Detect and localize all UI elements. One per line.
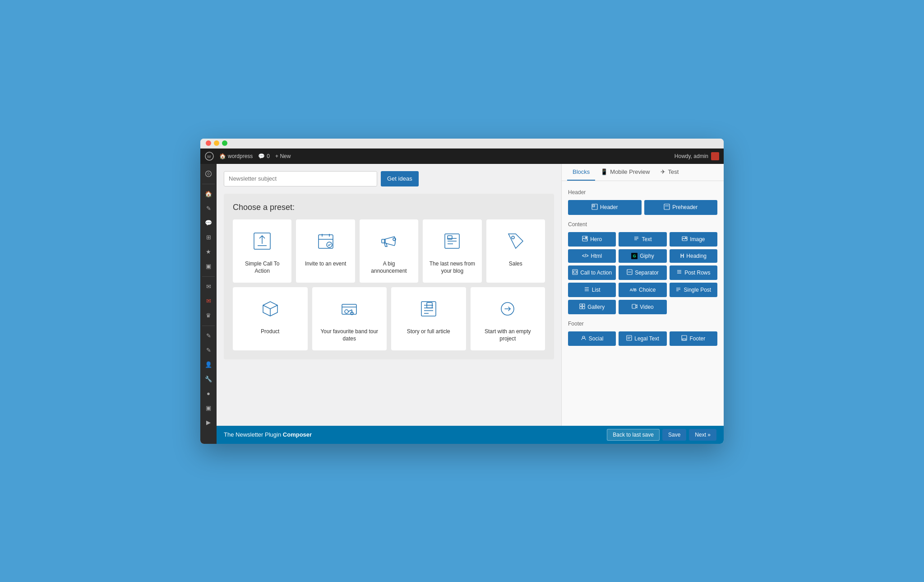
block-btn-single-post[interactable]: Single Post (670, 283, 717, 297)
block-btn-image[interactable]: Image (670, 232, 717, 247)
block-btn-preheader[interactable]: Preheader (644, 200, 718, 215)
preset-card-big-announcement[interactable]: A big announcement (360, 219, 418, 283)
block-btn-hero[interactable]: Hero (568, 232, 616, 247)
admin-bar-howdy: Howdy, admin (675, 152, 719, 160)
footer-blocks-grid: Social Legal Text (568, 331, 717, 346)
sidebar-item-play[interactable]: ▶ (202, 416, 215, 429)
left-panel: Get ideas Choose a preset: (217, 164, 561, 426)
cta-block-icon (572, 269, 578, 276)
sidebar-item-grid[interactable]: ▣ (202, 402, 215, 414)
preset-card-product[interactable]: Product (233, 287, 308, 350)
svg-rect-58 (580, 307, 582, 309)
save-button[interactable]: Save (662, 429, 686, 441)
preset-label-band-tour: Your favourite band tour dates (318, 328, 382, 343)
footer-bar: The Newsletter Plugin Composer Back to l… (217, 426, 724, 444)
sidebar-item-settings[interactable]: 🔧 (202, 373, 215, 386)
block-btn-post-rows[interactable]: Post Rows (670, 265, 717, 280)
admin-bar-comments[interactable]: 💬 0 (258, 153, 270, 159)
svg-rect-62 (627, 335, 632, 340)
block-btn-video[interactable]: Video (619, 300, 666, 314)
sidebar-item-newsletter[interactable]: ✉ (202, 295, 215, 307)
admin-bar-site[interactable]: 🏠 wordpress (219, 153, 253, 159)
block-btn-footer[interactable]: Footer (670, 331, 717, 346)
preset-icon-big-announcement (376, 228, 402, 254)
comment-icon: 💬 (258, 153, 265, 159)
svg-rect-59 (582, 307, 585, 309)
tab-test[interactable]: ✈ Test (655, 164, 684, 181)
block-btn-text[interactable]: Text (619, 232, 666, 247)
separator-block-icon (627, 269, 633, 276)
svg-rect-44 (573, 271, 577, 273)
gallery-block-icon (579, 303, 585, 311)
app-layout: 🏠 ✎ 💬 ⊞ ★ ▣ ✉ ✉ ♛ ✎ ✎ 👤 🔧 ● ▣ ▶ (200, 164, 724, 444)
sidebar-item-dashboard[interactable]: 🏠 (202, 188, 215, 200)
preset-card-band-tour[interactable]: Your favourite band tour dates (312, 287, 387, 350)
sidebar-item-star[interactable]: ★ (202, 246, 215, 258)
block-btn-choice[interactable]: A/B Choice (619, 283, 666, 297)
svg-rect-16 (448, 236, 452, 239)
sidebar-item-home[interactable]: ⊞ (202, 231, 215, 244)
section-header-label: Header (568, 189, 717, 196)
svg-line-21 (348, 310, 352, 312)
preset-icon-product (258, 296, 283, 321)
svg-rect-19 (342, 304, 356, 314)
sidebar-item-users[interactable]: 👤 (202, 359, 215, 371)
admin-bar-new[interactable]: + New (275, 153, 291, 159)
block-btn-html[interactable]: </> Html (568, 249, 616, 263)
sidebar-item-edit2[interactable]: ✎ (202, 344, 215, 357)
preset-card-story-article[interactable]: Story or full article (391, 287, 466, 350)
maximize-button[interactable] (222, 140, 227, 146)
content-blocks-grid: Hero Text (568, 232, 717, 314)
close-button[interactable] (206, 140, 211, 146)
sidebar-item-plugins[interactable]: ● (202, 387, 215, 400)
sidebar-item-pages[interactable]: ▣ (202, 260, 215, 273)
block-btn-gallery[interactable]: Gallery (568, 300, 616, 314)
post-rows-block-icon (676, 269, 682, 276)
preset-card-invite-event[interactable]: Invite to an event (296, 219, 355, 283)
next-button[interactable]: Next » (689, 429, 716, 441)
test-icon: ✈ (661, 168, 665, 175)
preset-label-story-article: Story or full article (407, 328, 450, 335)
home-icon: 🏠 (219, 153, 226, 159)
preset-label-product: Product (261, 328, 279, 335)
block-btn-legal-text[interactable]: Legal Text (619, 331, 666, 346)
block-btn-cta[interactable]: Call to Action (568, 265, 616, 280)
block-btn-header[interactable]: Header (568, 200, 642, 215)
right-panel-content: Header Header (562, 181, 724, 426)
block-btn-social[interactable]: Social (568, 331, 616, 346)
header-block-icon (591, 204, 598, 211)
preset-icon-sales (503, 228, 528, 254)
giphy-block-icon: G (631, 253, 638, 259)
svg-text:W: W (207, 154, 211, 159)
preheader-block-icon (664, 204, 670, 211)
section-content-label: Content (568, 221, 717, 228)
sidebar-item-edit1[interactable]: ✎ (202, 330, 215, 342)
text-block-icon (633, 236, 639, 243)
preset-card-empty-project[interactable]: Start with an empty project (471, 287, 545, 350)
preset-card-last-news[interactable]: The last news from your blog (423, 219, 481, 283)
svg-point-17 (512, 236, 514, 239)
tab-mobile-preview[interactable]: 📱 Mobile Preview (595, 164, 655, 181)
sidebar-item-crown[interactable]: ♛ (202, 309, 215, 322)
sidebar-item-wp[interactable] (202, 168, 215, 180)
get-ideas-button[interactable]: Get ideas (381, 171, 419, 186)
video-block-icon (632, 303, 638, 311)
preset-card-simple-cta[interactable]: Simple Call To Action (233, 219, 291, 283)
block-btn-giphy[interactable]: G Giphy (619, 249, 666, 263)
sidebar-item-comments[interactable]: 💬 (202, 217, 215, 229)
back-to-last-save-button[interactable]: Back to last save (607, 429, 660, 441)
minimize-button[interactable] (214, 140, 219, 146)
preset-label-simple-cta: Simple Call To Action (238, 260, 286, 275)
preset-icon-band-tour (337, 296, 362, 321)
tab-blocks[interactable]: Blocks (567, 164, 595, 181)
block-btn-separator[interactable]: Separator (619, 265, 666, 280)
block-btn-heading[interactable]: H Heading (670, 249, 717, 263)
sidebar-item-mail[interactable]: ✉ (202, 280, 215, 293)
sidebar-item-tools[interactable]: ✎ (202, 202, 215, 215)
newsletter-subject-input[interactable] (224, 171, 377, 186)
preset-card-sales[interactable]: Sales (486, 219, 545, 283)
preset-title: Choose a preset: (233, 203, 545, 212)
list-block-icon (584, 286, 590, 293)
block-btn-list[interactable]: List (568, 283, 616, 297)
single-post-block-icon (675, 286, 681, 293)
